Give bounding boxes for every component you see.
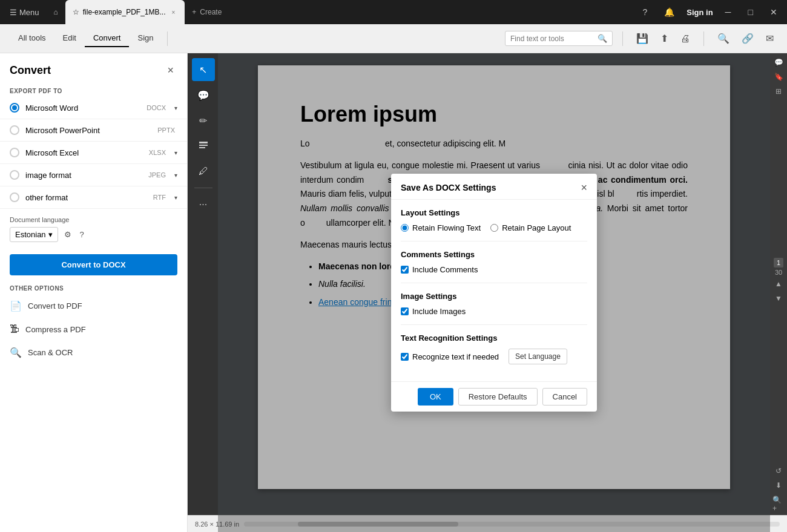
find-input[interactable] — [510, 34, 595, 43]
divider-2 — [401, 283, 587, 283]
image-settings-section: Image Settings Include Images — [401, 292, 587, 316]
include-images-label: Include Images — [412, 307, 466, 316]
menu-button[interactable]: ☰ Menu — [5, 5, 44, 19]
toolbar-edit[interactable]: Edit — [54, 30, 85, 47]
format-image[interactable]: image format JPEG ▾ — [0, 164, 187, 186]
scroll-down-button[interactable]: ▼ — [772, 292, 785, 305]
format-other[interactable]: other format RTF ▾ — [0, 186, 187, 209]
text-select-tool-button[interactable] — [192, 134, 215, 157]
include-images-checkbox[interactable] — [401, 307, 409, 315]
radio-powerpoint[interactable] — [10, 125, 19, 135]
tab-star-icon: ☆ — [73, 8, 79, 16]
home-tab[interactable]: ⌂ — [47, 0, 65, 24]
cursor-tool-button[interactable]: ↖ — [192, 58, 215, 81]
layout-settings-section: Layout Settings Retain Flowing Text Reta… — [401, 208, 587, 232]
include-comments-option[interactable]: Include Comments — [401, 265, 587, 274]
language-dropdown[interactable]: Estonian ▾ — [10, 227, 58, 242]
format-word[interactable]: Microsoft Word DOCX ▾ — [0, 97, 187, 119]
scroll-up-button[interactable]: ▲ — [772, 277, 785, 291]
comment-panel-button[interactable]: 💬 — [772, 56, 786, 69]
comment-tool-button[interactable]: 💬 — [192, 84, 215, 107]
refresh-button[interactable]: ↺ — [773, 464, 784, 478]
notifications-button[interactable]: 🔔 — [659, 5, 679, 19]
grid-panel-button[interactable]: ⊞ — [773, 85, 784, 98]
radio-excel[interactable] — [10, 148, 19, 157]
toolbar-all-tools[interactable]: All tools — [10, 30, 54, 47]
ok-button[interactable]: OK — [418, 388, 453, 406]
stamp-tool-button[interactable]: 🖊 — [192, 160, 215, 183]
option-compress-pdf[interactable]: 🗜 Compress a PDF — [0, 318, 187, 341]
search-icon: 🔍 — [598, 34, 607, 43]
save-button[interactable]: 💾 — [633, 30, 652, 47]
tool-separator — [194, 188, 212, 188]
format-powerpoint[interactable]: Microsoft PowerPoint PPTX — [0, 119, 187, 142]
find-bar[interactable]: 🔍 — [505, 31, 613, 46]
toolbar-right: 🔍 💾 ⬆ 🖨 🔍 🔗 ✉ — [505, 30, 777, 47]
excel-chevron-icon: ▾ — [174, 149, 177, 156]
option-convert-to-pdf[interactable]: 📄 Convert to PDF — [0, 294, 187, 318]
email-button[interactable]: ✉ — [762, 30, 777, 47]
toolbar-sign[interactable]: Sign — [129, 30, 162, 47]
main-layout: Convert × EXPORT PDF TO Microsoft Word D… — [0, 53, 787, 532]
image-section-title: Image Settings — [401, 292, 587, 301]
radio-image[interactable] — [10, 170, 19, 180]
upload-button[interactable]: ⬆ — [657, 30, 672, 47]
current-page-number: 1 — [774, 258, 783, 268]
word-chevron-icon: ▾ — [174, 105, 177, 111]
tab-label: file-example_PDF_1MB... — [83, 8, 166, 16]
format-excel[interactable]: Microsoft Excel XLSX ▾ — [0, 142, 187, 164]
create-label: Create — [200, 8, 222, 16]
help-button[interactable]: ? — [637, 5, 652, 19]
download-button[interactable]: ⬇ — [773, 479, 784, 492]
format-other-label: other format — [25, 193, 147, 202]
cancel-button[interactable]: Cancel — [542, 388, 587, 406]
sign-in-button[interactable]: Sign in — [687, 8, 713, 17]
set-language-button[interactable]: Set Language — [509, 349, 567, 364]
sidebar-close-button[interactable]: × — [163, 63, 177, 78]
format-powerpoint-label: Microsoft PowerPoint — [25, 126, 151, 135]
total-pages-number: 30 — [775, 269, 782, 276]
recognize-text-checkbox[interactable] — [401, 353, 409, 361]
recognize-text-option[interactable]: Recognize text if needed — [401, 352, 499, 361]
include-comments-checkbox[interactable] — [401, 266, 409, 274]
layout-options: Retain Flowing Text Retain Page Layout — [401, 223, 587, 232]
retain-flowing-radio[interactable] — [401, 224, 409, 232]
retain-page-option[interactable]: Retain Page Layout — [490, 223, 571, 232]
home-icon: ⌂ — [54, 8, 58, 16]
link-button[interactable]: 🔗 — [738, 30, 757, 47]
active-tab[interactable]: ☆ file-example_PDF_1MB... × — [65, 0, 185, 24]
option-scan-ocr[interactable]: 🔍 Scan & OCR — [0, 341, 187, 364]
minimize-button[interactable]: ─ — [720, 5, 736, 19]
toolbar-convert[interactable]: Convert — [85, 30, 130, 47]
maximize-button[interactable]: □ — [743, 5, 758, 19]
text-recog-title: Text Recognition Settings — [401, 333, 587, 343]
titlebar: ☰ Menu ⌂ ☆ file-example_PDF_1MB... × + C… — [0, 0, 787, 24]
zoom-button[interactable]: 🔍 — [714, 30, 733, 47]
sidebar-header: Convert × — [0, 53, 187, 83]
convert-to-docx-button[interactable]: Convert to DOCX — [10, 254, 177, 275]
modal-header: Save As DOCX Settings × — [391, 174, 597, 200]
retain-flowing-label: Retain Flowing Text — [412, 223, 481, 232]
include-images-option[interactable]: Include Images — [401, 307, 587, 316]
include-comments-label: Include Comments — [412, 265, 478, 274]
modal-footer: OK Restore Defaults Cancel — [391, 381, 597, 412]
option-scan-label: Scan & OCR — [28, 348, 73, 357]
radio-other[interactable] — [10, 192, 19, 202]
help-circle-icon[interactable]: ? — [77, 228, 87, 241]
print-button[interactable]: 🖨 — [677, 31, 694, 47]
close-button[interactable]: ✕ — [765, 5, 782, 19]
zoom-in-button[interactable]: 🔍+ — [770, 493, 787, 515]
tab-close-button[interactable]: × — [170, 8, 178, 17]
retain-flowing-option[interactable]: Retain Flowing Text — [401, 223, 481, 232]
settings-gear-icon[interactable]: ⚙ — [62, 228, 74, 241]
restore-defaults-button[interactable]: Restore Defaults — [458, 388, 538, 406]
modal-close-button[interactable]: × — [581, 182, 587, 193]
retain-page-radio[interactable] — [490, 224, 498, 232]
bookmark-panel-button[interactable]: 🔖 — [772, 70, 786, 84]
radio-word[interactable] — [10, 103, 19, 113]
sidebar-title: Convert — [10, 64, 51, 77]
create-tab[interactable]: + Create — [185, 0, 229, 24]
more-tools-button[interactable]: ··· — [192, 193, 215, 216]
pen-tool-button[interactable]: ✏ — [192, 109, 215, 132]
titlebar-tabs: ⌂ ☆ file-example_PDF_1MB... × + Create — [47, 0, 636, 24]
